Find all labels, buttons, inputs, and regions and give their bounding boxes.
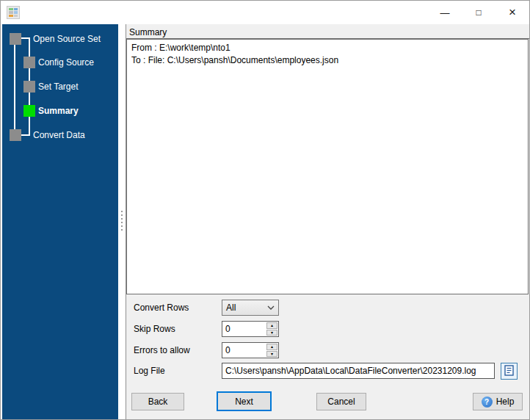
step-marker-config-source bbox=[23, 57, 35, 68]
step-open-source-set: Open Source Set bbox=[33, 33, 101, 45]
errors-down-icon[interactable]: ▾ bbox=[266, 351, 277, 358]
minimize-button[interactable]: — bbox=[428, 1, 462, 24]
convert-rows-label: Convert Rows bbox=[134, 300, 189, 316]
splitter-grip-icon bbox=[121, 211, 123, 233]
title-bar: — □ × bbox=[1, 1, 529, 24]
step-set-target: Set Target bbox=[38, 81, 78, 93]
summary-line-from: From : E:\work\temp\nto1 bbox=[131, 42, 523, 54]
skip-rows-down-icon[interactable]: ▾ bbox=[266, 330, 277, 336]
wizard-buttons-row: Back Next Cancel ? Help bbox=[126, 388, 529, 419]
step-marker-open-source-set bbox=[10, 33, 21, 45]
summary-line-to: To : File: C:\Users\pansh\Documents\empl… bbox=[131, 54, 523, 67]
help-question-icon: ? bbox=[482, 397, 493, 408]
app-icon bbox=[7, 6, 20, 19]
errors-up-icon[interactable]: ▴ bbox=[266, 344, 277, 350]
data-file-converter-window: — □ × Open Source Set Config Source Set … bbox=[0, 0, 530, 420]
step-marker-convert-data bbox=[10, 129, 21, 141]
sidebar-splitter[interactable] bbox=[118, 24, 126, 419]
open-log-button[interactable] bbox=[501, 363, 518, 380]
log-document-icon bbox=[504, 365, 514, 378]
log-file-input[interactable] bbox=[222, 363, 495, 379]
errors-to-allow-spinner[interactable]: 0 ▴ ▾ bbox=[222, 342, 279, 358]
step-marker-summary-active bbox=[23, 105, 35, 117]
convert-rows-dropdown[interactable]: All bbox=[222, 300, 279, 316]
convert-rows-value: All bbox=[226, 303, 236, 313]
skip-rows-spinner[interactable]: 0 ▴ ▾ bbox=[222, 321, 279, 337]
log-file-label: Log File bbox=[134, 363, 165, 379]
help-button[interactable]: ? Help bbox=[473, 393, 523, 410]
help-button-label: Help bbox=[496, 397, 515, 407]
errors-to-allow-value[interactable]: 0 bbox=[222, 343, 266, 358]
maximize-button[interactable]: □ bbox=[462, 1, 495, 24]
step-config-source: Config Source bbox=[38, 57, 94, 68]
step-convert-data: Convert Data bbox=[33, 129, 85, 141]
close-button[interactable]: × bbox=[495, 1, 529, 24]
conversion-options-form: Convert Rows All Skip Rows 0 ▴ ▾ Errors … bbox=[126, 294, 529, 388]
skip-rows-value[interactable]: 0 bbox=[222, 322, 266, 336]
step-marker-set-target bbox=[23, 81, 35, 93]
maximize-icon: □ bbox=[476, 7, 481, 18]
errors-to-allow-label: Errors to allow bbox=[134, 342, 190, 358]
next-button[interactable]: Next bbox=[217, 391, 272, 411]
skip-rows-label: Skip Rows bbox=[134, 321, 175, 337]
wizard-steps-sidebar: Open Source Set Config Source Set Target… bbox=[2, 24, 118, 419]
close-icon: × bbox=[509, 5, 516, 20]
chevron-down-icon bbox=[267, 305, 275, 310]
step-summary: Summary bbox=[38, 105, 79, 117]
cancel-button[interactable]: Cancel bbox=[316, 393, 366, 410]
page-title: Summary bbox=[126, 24, 529, 39]
summary-text-box: From : E:\work\temp\nto1 To : File: C:\U… bbox=[126, 39, 529, 294]
skip-rows-up-icon[interactable]: ▴ bbox=[266, 322, 277, 329]
window-content: Open Source Set Config Source Set Target… bbox=[1, 24, 529, 419]
back-button[interactable]: Back bbox=[131, 393, 184, 410]
tree-connector-line bbox=[14, 39, 15, 135]
main-panel: Summary From : E:\work\temp\nto1 To : Fi… bbox=[126, 24, 529, 419]
minimize-icon: — bbox=[440, 7, 450, 18]
